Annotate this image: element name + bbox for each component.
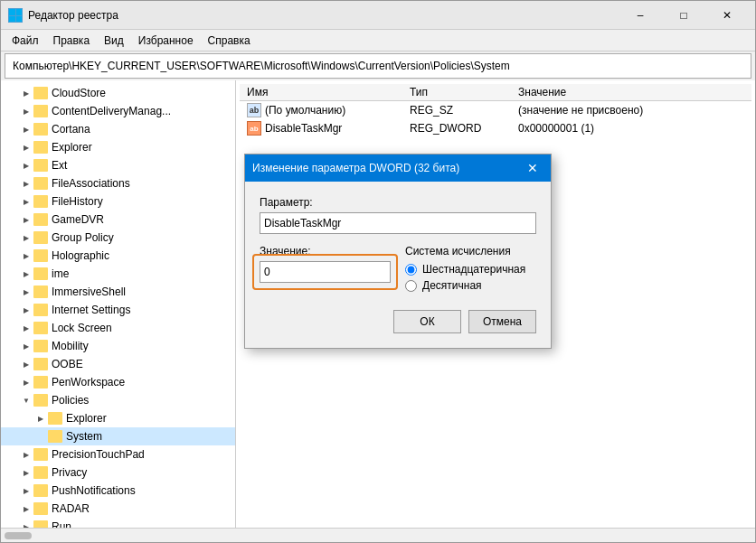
expand-arrow: ▶ <box>19 158 33 173</box>
folder-icon <box>33 105 48 117</box>
tree-item-label: Explorer <box>52 141 92 154</box>
tree-item-policies-explorer[interactable]: ▶ Explorer <box>1 409 235 427</box>
menu-favorites[interactable]: Избранное <box>131 33 201 49</box>
header-value: Значение <box>518 86 744 98</box>
svg-rect-1 <box>16 9 22 15</box>
tree-item-gamedvr[interactable]: ▶ GameDVR <box>1 211 235 229</box>
expand-arrow: ▶ <box>19 104 33 118</box>
tree-item-label: PushNotifications <box>52 484 136 497</box>
param-field: Параметр: <box>260 196 536 234</box>
folder-icon <box>33 177 48 190</box>
tree-item-oobe[interactable]: ▶ OOBE <box>1 355 235 373</box>
tree-item-pushnotifications[interactable]: ▶ PushNotifications <box>1 482 235 500</box>
svg-rect-3 <box>16 16 22 22</box>
folder-icon <box>33 394 48 407</box>
tree-item-explorer[interactable]: ▶ Explorer <box>1 138 235 156</box>
expand-arrow: ▶ <box>19 285 33 299</box>
registry-row-default[interactable]: ab (По умолчанию) REG_SZ (значение не пр… <box>240 101 751 119</box>
app-icon <box>8 8 23 23</box>
folder-icon <box>33 195 48 208</box>
folder-icon <box>33 231 48 244</box>
expand-arrow: ▶ <box>19 248 33 263</box>
ok-button[interactable]: ОК <box>393 310 461 333</box>
dialog-close-button[interactable]: ✕ <box>522 157 543 179</box>
registry-row-disabletaskmgr[interactable]: ab DisableTaskMgr REG_DWORD 0x00000001 (… <box>240 119 751 137</box>
tree-item-cloudstore[interactable]: ▶ CloudStore <box>1 84 235 102</box>
tree-item-radar[interactable]: ▶ RADAR <box>1 500 235 518</box>
menu-file[interactable]: Файл <box>5 33 46 49</box>
tree-item-policies[interactable]: ▼ Policies <box>1 391 235 409</box>
expand-arrow: ▶ <box>19 447 33 462</box>
folder-icon <box>33 286 48 298</box>
tree-item-lockscreen[interactable]: ▶ Lock Screen <box>1 319 235 337</box>
folder-icon <box>33 249 48 262</box>
radio-hex-option: Шестнадцатеричная <box>405 263 536 276</box>
tree-item-label: Holographic <box>52 249 109 262</box>
close-button[interactable]: ✕ <box>706 1 748 30</box>
tree-item-ime[interactable]: ▶ ime <box>1 265 235 283</box>
tree-item-grouppolicy[interactable]: ▶ Group Policy <box>1 229 235 247</box>
svg-rect-0 <box>9 9 15 15</box>
tree-item-privacy[interactable]: ▶ Privacy <box>1 463 235 482</box>
tree-item-label: Lock Screen <box>52 322 112 334</box>
tree-item-label: OOBE <box>52 358 83 370</box>
tree-item-internetsettings[interactable]: ▶ Internet Settings <box>1 301 235 319</box>
expand-arrow: ▶ <box>19 230 33 245</box>
scroll-thumb <box>5 532 32 539</box>
menu-view[interactable]: Вид <box>97 33 131 49</box>
tree-item-fileassoc[interactable]: ▶ FileAssociations <box>1 174 235 192</box>
title-bar: Редактор реестра – □ ✕ <box>1 1 755 30</box>
tree-item-contentdelivery[interactable]: ▶ ContentDeliveryManag... <box>1 102 235 120</box>
tree-item-cortana[interactable]: ▶ Cortana <box>1 120 235 138</box>
tree-item-label: ContentDeliveryManag... <box>52 105 171 117</box>
folder-icon <box>33 87 48 99</box>
tree-item-precisiontouchpad[interactable]: ▶ PrecisionTouchPad <box>1 445 235 463</box>
tree-item-run[interactable]: ▶ Run <box>1 518 235 528</box>
value-input-wrapper <box>260 261 391 283</box>
tree-panel[interactable]: ▶ CloudStore ▶ ContentDeliveryManag... ▶… <box>1 80 236 528</box>
radio-dec-label: Десятичная <box>422 279 482 292</box>
radio-dec[interactable] <box>405 280 417 292</box>
folder-icon <box>33 484 48 497</box>
maximize-button[interactable]: □ <box>663 1 704 30</box>
folder-icon <box>33 123 48 136</box>
tree-item-label: RADAR <box>52 502 90 515</box>
tree-item-mobility[interactable]: ▶ Mobility <box>1 337 235 355</box>
expand-arrow: ▶ <box>19 321 33 335</box>
window-controls: – □ ✕ <box>619 1 748 30</box>
folder-icon <box>33 358 48 370</box>
dialog-title: Изменение параметра DWORD (32 бита) <box>252 162 522 174</box>
reg-dword-icon: ab <box>247 121 261 136</box>
expand-arrow: ▶ <box>19 194 33 209</box>
reg-sz-icon: ab <box>247 103 261 117</box>
expand-arrow: ▶ <box>33 411 48 426</box>
tree-item-label: System <box>66 430 102 443</box>
tree-item-label: Run <box>52 520 71 528</box>
tree-item-policies-system[interactable]: System <box>1 427 235 445</box>
tree-item-filehistory[interactable]: ▶ FileHistory <box>1 192 235 211</box>
tree-item-label: Explorer <box>66 412 107 425</box>
tree-item-ext[interactable]: ▶ Ext <box>1 156 235 174</box>
row-type: REG_SZ <box>410 104 518 117</box>
value-input[interactable] <box>260 261 391 283</box>
value-row: Значение: Система исчисления Шестнадцате… <box>260 245 536 295</box>
dialog-buttons: ОК Отмена <box>260 310 536 333</box>
folder-icon <box>48 412 62 425</box>
menu-help[interactable]: Справка <box>201 33 258 49</box>
list-header: Имя Тип Значение <box>240 84 751 101</box>
param-input[interactable] <box>260 212 536 234</box>
cancel-button[interactable]: Отмена <box>468 310 536 333</box>
tree-item-penworkspace[interactable]: ▶ PenWorkspace <box>1 373 235 391</box>
radio-hex-label: Шестнадцатеричная <box>422 263 525 276</box>
folder-icon <box>33 322 48 334</box>
expand-arrow: ▼ <box>19 393 33 407</box>
expand-arrow: ▶ <box>19 122 33 136</box>
expand-arrow: ▶ <box>19 303 33 317</box>
tree-item-label: PenWorkspace <box>52 376 125 389</box>
radio-hex[interactable] <box>405 264 417 276</box>
tree-item-immersiveshell[interactable]: ▶ ImmersiveShell <box>1 283 235 301</box>
menu-edit[interactable]: Правка <box>46 33 98 49</box>
dialog-body: Параметр: Значение: Система исчисления Ш… <box>245 182 551 348</box>
minimize-button[interactable]: – <box>619 1 661 30</box>
tree-item-holographic[interactable]: ▶ Holographic <box>1 247 235 265</box>
